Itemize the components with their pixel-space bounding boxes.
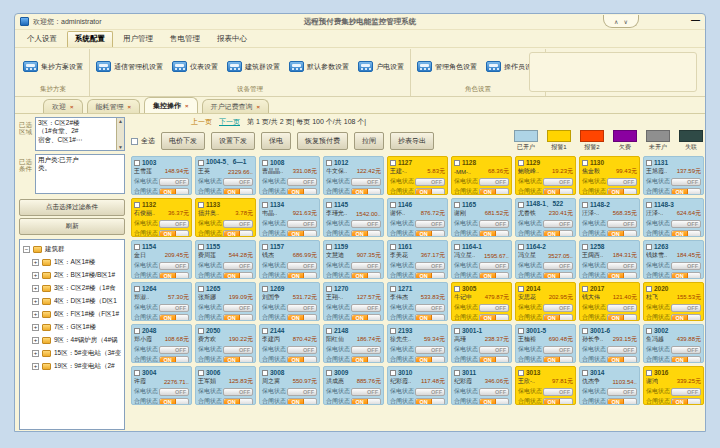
meter-card[interactable]: 1271李伟杰533.83元保电状态OFF合闸状态ON xyxy=(387,282,448,321)
switch-status-indicator[interactable]: ON xyxy=(159,188,189,196)
meter-card[interactable]: 1148-2汪泽-..568.35元保电状态OFF合闸状态ON xyxy=(579,198,640,237)
meter-card[interactable]: 3001-1高瑾238.37元保电状态OFF合闸状态ON xyxy=(451,324,512,363)
switch-status-indicator[interactable]: ON xyxy=(223,188,253,196)
on-button[interactable]: ON xyxy=(608,273,624,279)
on-button[interactable]: ON xyxy=(352,189,368,195)
switch-status-indicator[interactable]: ON xyxy=(607,356,637,364)
meter-card[interactable]: 3016谢鸿339.25元保电状态OFF合闸状态ON xyxy=(643,366,704,405)
on-button[interactable]: ON xyxy=(288,189,304,195)
on-button[interactable]: ON xyxy=(480,189,496,195)
meter-card[interactable]: 3011纪彩霞346.06元保电状态OFF合闸状态ON xyxy=(451,366,512,405)
card-checkbox[interactable] xyxy=(134,244,140,250)
collapse-box-icon[interactable]: − xyxy=(23,246,30,253)
expand-box-icon[interactable]: + xyxy=(32,285,39,292)
on-button[interactable]: ON xyxy=(416,315,432,321)
protect-status-indicator[interactable]: OFF xyxy=(671,304,701,312)
meter-card[interactable]: 1155费周莲544.28元保电状态OFF合闸状态ON xyxy=(195,240,256,279)
doc-tab[interactable]: 能耗管理× xyxy=(87,99,141,113)
on-button[interactable]: ON xyxy=(160,189,176,195)
on-button[interactable]: ON xyxy=(288,357,304,363)
choose-filter-button[interactable]: 点击选择过滤条件 xyxy=(19,199,125,216)
on-button[interactable]: ON xyxy=(224,315,240,321)
protect-status-indicator[interactable]: OFF xyxy=(287,346,317,354)
protect-status-indicator[interactable]: OFF xyxy=(671,262,701,270)
card-checkbox[interactable] xyxy=(134,328,140,334)
switch-status-indicator[interactable]: ON xyxy=(479,398,509,406)
switch-status-indicator[interactable]: ON xyxy=(479,230,509,238)
switch-status-indicator[interactable]: ON xyxy=(159,314,189,322)
tree-item[interactable]: +15区：5#变电站（3#变 xyxy=(32,347,123,360)
menu-tab[interactable]: 用户管理 xyxy=(116,32,160,47)
switch-status-indicator[interactable]: ON xyxy=(671,272,701,280)
meter-card[interactable]: 3005牛记申479.87元保电状态OFF合闸状态ON xyxy=(451,282,512,321)
toolbar-button[interactable]: 电价下发 xyxy=(161,132,205,150)
meter-card[interactable]: 3013王欣-..97.81元保电状态OFF合闸状态ON xyxy=(515,366,576,405)
card-checkbox[interactable] xyxy=(198,286,204,292)
on-button[interactable]: ON xyxy=(224,399,240,405)
card-checkbox[interactable] xyxy=(646,328,652,334)
meter-card[interactable]: 1130焦金毅99.43元保电状态OFF合闸状态ON xyxy=(579,156,640,195)
switch-status-indicator[interactable]: ON xyxy=(607,188,637,196)
meter-card[interactable]: 1128-MM-..68.36元保电状态OFF合闸状态ON xyxy=(451,156,512,195)
meter-card[interactable]: 3014仇杰争1103.54..保电状态OFF合闸状态ON xyxy=(579,366,640,405)
protect-status-indicator[interactable]: OFF xyxy=(479,262,509,270)
meter-card[interactable]: 1165谢刚681.52元保电状态OFF合闸状态ON xyxy=(451,198,512,237)
tree-item[interactable]: +4区：D区1#楼（D区1 xyxy=(32,295,123,308)
ribbon-button[interactable]: 户电设置 xyxy=(357,59,405,74)
tree-item[interactable]: +6区：F区1#楼（F区1# xyxy=(32,308,123,321)
toolbar-button[interactable]: 拉闸 xyxy=(354,132,384,150)
switch-status-indicator[interactable]: ON xyxy=(223,314,253,322)
card-checkbox[interactable] xyxy=(134,160,140,166)
protect-status-indicator[interactable]: OFF xyxy=(223,178,253,186)
on-button[interactable]: ON xyxy=(544,315,560,321)
switch-status-indicator[interactable]: ON xyxy=(351,188,381,196)
meter-card[interactable]: 1127王建-..5.83元保电状态OFF合闸状态ON xyxy=(387,156,448,195)
switch-status-indicator[interactable]: ON xyxy=(543,356,573,364)
on-button[interactable]: ON xyxy=(288,231,304,237)
switch-status-indicator[interactable]: ON xyxy=(671,356,701,364)
on-button[interactable]: ON xyxy=(160,231,176,237)
protect-status-indicator[interactable]: OFF xyxy=(415,178,445,186)
switch-status-indicator[interactable]: ON xyxy=(351,398,381,406)
card-checkbox[interactable] xyxy=(518,160,524,166)
switch-status-indicator[interactable]: ON xyxy=(543,314,573,322)
meter-card[interactable]: 1265张斯娜199.09元保电状态OFF合闸状态ON xyxy=(195,282,256,321)
meter-card[interactable]: 1159文慧迪907.35元保电状态OFF合闸状态ON xyxy=(323,240,384,279)
switch-status-indicator[interactable]: ON xyxy=(479,314,509,322)
on-button[interactable]: ON xyxy=(416,273,432,279)
expand-box-icon[interactable]: + xyxy=(32,324,39,331)
card-checkbox[interactable] xyxy=(262,244,268,250)
tree-item[interactable]: +7区：G区1#楼 xyxy=(32,321,123,334)
card-checkbox[interactable] xyxy=(134,370,140,376)
card-checkbox[interactable] xyxy=(134,202,140,208)
card-checkbox[interactable] xyxy=(198,244,204,250)
meter-card[interactable]: 2050费方欢190.22元保电状态OFF合闸状态ON xyxy=(195,324,256,363)
protect-status-indicator[interactable]: OFF xyxy=(543,346,573,354)
collapse-up-icon[interactable]: ∧ xyxy=(614,18,618,25)
collapse-down-icon[interactable]: ∨ xyxy=(624,18,628,25)
on-button[interactable]: ON xyxy=(608,189,624,195)
protect-status-indicator[interactable]: OFF xyxy=(287,304,317,312)
tree-item[interactable]: +3区：C区2#楼（1#食 xyxy=(32,282,123,295)
meter-card[interactable]: 2048郑小霞108.68元保电状态OFF合闸状态ON xyxy=(131,324,192,363)
card-checkbox[interactable] xyxy=(518,244,524,250)
card-checkbox[interactable] xyxy=(646,244,652,250)
protect-status-indicator[interactable]: OFF xyxy=(159,304,189,312)
switch-status-indicator[interactable]: ON xyxy=(351,272,381,280)
on-button[interactable]: ON xyxy=(544,231,560,237)
card-checkbox[interactable] xyxy=(262,202,268,208)
on-button[interactable]: ON xyxy=(672,357,688,363)
switch-status-indicator[interactable]: ON xyxy=(671,314,701,322)
protect-status-indicator[interactable]: OFF xyxy=(351,304,381,312)
meter-card[interactable]: 1145李瑾光..1542.00..保电状态OFF合闸状态ON xyxy=(323,198,384,237)
meter-card[interactable]: 3008周之冀550.97元保电状态OFF合闸状态ON xyxy=(259,366,320,405)
meter-card[interactable]: 1131王旭霞..137.59元保电状态OFF合闸状态ON xyxy=(643,156,704,195)
protect-status-indicator[interactable]: OFF xyxy=(351,346,381,354)
switch-status-indicator[interactable]: ON xyxy=(479,272,509,280)
ribbon-button[interactable]: 通信管理机设置 xyxy=(95,59,164,74)
switch-status-indicator[interactable]: ON xyxy=(351,356,381,364)
switch-status-indicator[interactable]: ON xyxy=(479,188,509,196)
on-button[interactable]: ON xyxy=(224,273,240,279)
meter-card[interactable]: 1132石俊丽..36.37元保电状态OFF合闸状态ON xyxy=(131,198,192,237)
meter-card[interactable]: 1258王阔西..184.31元保电状态OFF合闸状态ON xyxy=(579,240,640,279)
